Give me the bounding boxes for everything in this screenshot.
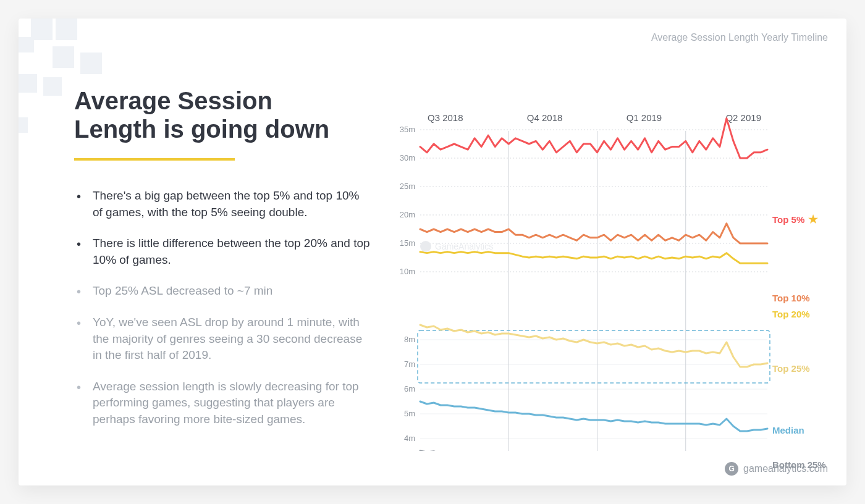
legend-top25: Top 25% (772, 363, 810, 374)
svg-text:35m: 35m (400, 125, 415, 134)
svg-text:4m: 4m (404, 434, 415, 443)
svg-rect-36 (418, 330, 770, 383)
page-title: Average Session Length is going down (74, 86, 371, 143)
legend-bottom25: Bottom 25% (772, 460, 826, 470)
legend-median: Median (772, 425, 804, 435)
star-icon: ★ (808, 213, 818, 225)
legend-top10: Top 10% (772, 293, 810, 303)
svg-text:20m: 20m (400, 210, 415, 219)
legend-top5: Top 5%★ (772, 212, 818, 226)
svg-text:7m: 7m (404, 359, 415, 369)
svg-text:8m: 8m (404, 335, 415, 344)
report-card: Average Session Length Yearly Timeline A… (19, 19, 846, 485)
svg-text:15m: 15m (400, 238, 415, 248)
svg-text:30m: 30m (400, 153, 415, 162)
text-panel: Average Session Length is going down The… (74, 56, 389, 467)
line-chart: 35m30m25m20m15m10m8m7m6m5m4m3mJulAugSepO… (389, 105, 822, 451)
svg-text:10m: 10m (400, 267, 415, 276)
key-points-secondary: Top 25% ASL decreased to ~7 min YoY, we'… (74, 283, 371, 427)
svg-text:25m: 25m (400, 182, 415, 191)
chart-panel: Q3 2018 Q4 2018 Q1 2019 Q2 2019 GameAnal… (389, 56, 828, 467)
legend-top20: Top 20% (772, 309, 810, 319)
chart-watermark: GameAnalytics (420, 241, 493, 252)
key-points-primary: There's a big gap between the top 5% and… (74, 188, 371, 268)
svg-text:6m: 6m (404, 384, 415, 393)
title-underline (74, 158, 235, 161)
svg-text:5m: 5m (404, 409, 415, 418)
